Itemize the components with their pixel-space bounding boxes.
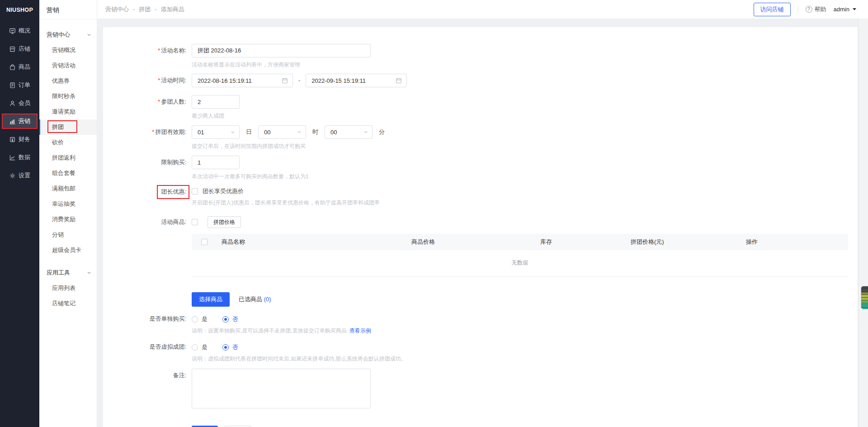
activity-goods-checkbox[interactable] <box>192 219 198 225</box>
scrollbar-track[interactable] <box>858 19 868 427</box>
end-date-input[interactable]: 2022-09-15 15:19:11 <box>306 74 407 87</box>
nav-item-label: 优惠券 <box>52 77 70 84</box>
calendar-icon <box>282 77 288 84</box>
validity-hour-select[interactable]: 00 <box>258 125 306 139</box>
field-label: 团长优惠: <box>103 187 192 196</box>
single-buy-yes-label[interactable]: 是 <box>202 315 208 323</box>
group-price-tag-button[interactable]: 拼团价格 <box>208 216 241 228</box>
field-label: *活动名称: <box>103 44 192 57</box>
field-helper: 活动名称将显示在活动列表中，方便商家管理 <box>192 62 858 68</box>
required-mark: * <box>158 47 160 54</box>
nav-item-bargain[interactable]: 砍价 <box>39 135 97 150</box>
virtual-group-no-label[interactable]: 否 <box>232 343 238 351</box>
select-all-checkbox[interactable] <box>201 239 208 245</box>
sidebar-item-marketing[interactable]: 营销 <box>2 114 38 129</box>
nav-item-distribution[interactable]: 分销 <box>39 227 97 242</box>
scrollbar-thumb-widget[interactable] <box>861 286 868 309</box>
unit-label: 日 <box>246 125 252 139</box>
remark-textarea[interactable] <box>192 369 371 408</box>
sidebar-item-overview[interactable]: 概况 <box>2 23 38 38</box>
validity-minute-select[interactable]: 00 <box>325 125 373 139</box>
sidebar-item-label: 订单 <box>19 81 30 89</box>
nav-group-marketing-center[interactable]: 营销中心 <box>39 27 97 43</box>
nav-item-lucky-draw[interactable]: 幸运抽奖 <box>39 196 97 212</box>
app-logo: NIUSHOP <box>0 0 39 20</box>
help-label: 帮助 <box>815 5 826 14</box>
settings-icon <box>9 172 16 179</box>
help-button[interactable]: ? 帮助 <box>806 5 826 14</box>
nav-item-label: 营销概况 <box>52 47 75 53</box>
nav-item-super-member-card[interactable]: 超级会员卡 <box>39 242 97 258</box>
goods-table: 商品名称 商品价格 库存 拼团价格(元) 操作 无数据 <box>192 234 848 276</box>
nav-item-invite-reward[interactable]: 邀请奖励 <box>39 104 97 119</box>
column-header: 商品价格 <box>407 238 536 246</box>
virtual-group-yes-radio[interactable] <box>192 344 198 351</box>
required-mark: * <box>158 77 160 84</box>
nav-item-label: 邀请奖励 <box>52 108 75 115</box>
nav-item-free-shipping[interactable]: 满额包邮 <box>39 181 97 196</box>
purchase-limit-input[interactable] <box>192 156 240 169</box>
single-buy-no-label[interactable]: 否 <box>232 315 238 323</box>
virtual-group-no-radio[interactable] <box>222 344 229 351</box>
date-range-separator: - <box>298 74 300 87</box>
scroll-stripes <box>861 286 868 309</box>
visit-shop-button[interactable]: 访问店铺 <box>754 3 791 16</box>
field-helper: 最少两人成团 <box>192 113 858 119</box>
nav-item-coupon[interactable]: 优惠券 <box>39 73 97 89</box>
view-example-link[interactable]: 查看示例 <box>349 327 371 334</box>
nav-item-label: 砍价 <box>52 139 64 146</box>
selected-goods-link[interactable]: 已选商品 (0) <box>239 292 271 307</box>
nav-item-marketing-activity[interactable]: 营销活动 <box>39 58 97 73</box>
goods-table-header: 商品名称 商品价格 库存 拼团价格(元) 操作 <box>192 234 848 250</box>
breadcrumb-item[interactable]: 拼团 <box>139 5 151 14</box>
sidebar-item-goods[interactable]: 商品 <box>2 59 38 75</box>
people-count-input[interactable] <box>192 95 240 109</box>
field-helper: 开启团长(开团人)优惠后，团长将享受更优惠价格，有助于提高开团率和成团率 <box>192 199 858 206</box>
nav-item-label: 超级会员卡 <box>52 247 81 253</box>
empty-state: 无数据 <box>192 250 848 276</box>
single-buy-no-radio[interactable] <box>222 316 229 323</box>
nav-item-combo-package[interactable]: 组合套餐 <box>39 166 97 181</box>
validity-day-select[interactable]: 01 <box>192 125 240 139</box>
leader-discount-checkbox[interactable] <box>192 188 198 195</box>
nav-item-group-buy[interactable]: 拼团 <box>39 119 97 135</box>
divider <box>798 6 798 13</box>
shop-icon <box>9 46 16 52</box>
nav-item-consume-reward[interactable]: 消费奖励 <box>39 212 97 227</box>
sidebar-item-finance[interactable]: 财务 <box>2 132 38 147</box>
chevron-down-icon <box>853 8 856 10</box>
red-annotation-box: 团长优惠: <box>157 185 189 199</box>
sidebar-item-data[interactable]: 数据 <box>2 150 38 165</box>
sidebar-item-label: 数据 <box>19 153 30 161</box>
sidebar-item-shop[interactable]: 店铺 <box>2 41 38 57</box>
sidebar-item-orders[interactable]: 订单 <box>2 77 38 93</box>
required-mark: * <box>152 128 154 135</box>
start-date-input[interactable]: 2022-08-16 15:19:11 <box>192 74 293 87</box>
nav-group-app-tools[interactable]: 应用工具 <box>39 265 97 280</box>
user-menu[interactable]: admin <box>834 6 856 13</box>
breadcrumb-item[interactable]: 营销中心 <box>105 5 129 14</box>
field-label: 限制购买: <box>103 156 192 169</box>
sidebar-item-members[interactable]: 会员 <box>2 95 38 111</box>
sidebar-item-settings[interactable]: 设置 <box>2 168 38 183</box>
orders-icon <box>9 82 16 89</box>
end-date-value: 2022-09-15 15:19:11 <box>311 77 396 84</box>
nav-item-label: 拼团返利 <box>52 154 75 161</box>
nav-item-shop-notes[interactable]: 店铺笔记 <box>39 296 97 311</box>
single-buy-yes-radio[interactable] <box>192 316 198 323</box>
leader-discount-checkbox-label[interactable]: 团长享受优惠价 <box>203 187 244 195</box>
breadcrumb: 营销中心 - 拼团 - 添加商品 <box>105 5 184 14</box>
field-helper: 提交订单后，在该时间范围内拼团成功才可购买 <box>192 143 858 150</box>
activity-name-input[interactable] <box>192 44 371 57</box>
nav-group-label: 营销中心 <box>47 31 70 39</box>
nav-item-flash-sale[interactable]: 限时秒杀 <box>39 89 97 104</box>
data-icon <box>9 154 16 161</box>
field-label: 备注: <box>103 369 192 382</box>
select-goods-button[interactable]: 选择商品 <box>192 292 230 307</box>
nav-item-group-rebate[interactable]: 拼团返利 <box>39 150 97 166</box>
nav-item-app-list[interactable]: 应用列表 <box>39 280 97 296</box>
chevron-down-icon <box>297 130 302 134</box>
virtual-group-yes-label[interactable]: 是 <box>202 343 208 351</box>
nav-item-marketing-overview[interactable]: 营销概况 <box>39 43 97 58</box>
breadcrumb-item: 添加商品 <box>161 5 184 14</box>
